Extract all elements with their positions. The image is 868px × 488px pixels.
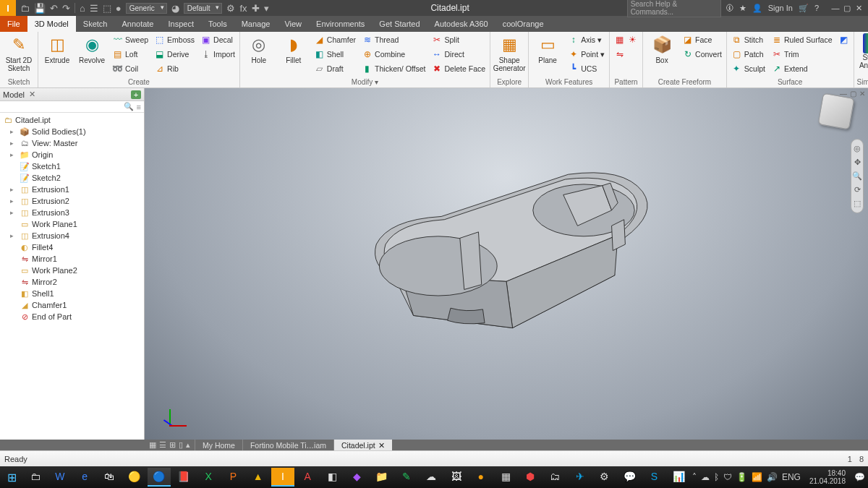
tray-chevron-icon[interactable]: ˄ bbox=[692, 472, 697, 482]
stress-analysis-button[interactable]: Stress Analysis bbox=[857, 33, 868, 69]
sign-in-link[interactable]: Sign In bbox=[768, 4, 793, 12]
task-app12[interactable]: ✈ bbox=[569, 468, 592, 487]
minimize-icon[interactable]: — bbox=[830, 4, 841, 13]
derive-button[interactable]: ⬓Derive bbox=[153, 48, 196, 61]
tree-item[interactable]: ▸📦Solid Bodies(1) bbox=[0, 126, 144, 137]
wheel-icon[interactable]: ◎ bbox=[854, 144, 861, 153]
tab-environments[interactable]: Environments bbox=[309, 16, 372, 32]
task-app13[interactable]: ⚙ bbox=[593, 468, 616, 487]
qat-icon[interactable]: ☰ bbox=[90, 3, 98, 14]
appearance-dropdown[interactable]: Default bbox=[184, 3, 223, 14]
axis-button[interactable]: ↕Axis ▾ bbox=[566, 33, 606, 46]
tray-clock[interactable]: 18:4021.04.2018 bbox=[805, 469, 850, 485]
task-app9[interactable]: ▦ bbox=[494, 468, 517, 487]
tab-assembly[interactable]: Fortino Mobile Ti…iam bbox=[242, 440, 333, 450]
tab-annotate[interactable]: Annotate bbox=[114, 16, 161, 32]
coil-button[interactable]: ➿Coil bbox=[111, 62, 150, 75]
tree-item[interactable]: ▭Work Plane1 bbox=[0, 218, 144, 230]
mirror-button[interactable]: ⇋ bbox=[613, 48, 639, 61]
restore-icon[interactable]: ▢ bbox=[842, 4, 852, 13]
browser-toolbar[interactable]: 🔍≡ bbox=[0, 101, 144, 113]
tree-item[interactable]: ◐Fillet4 bbox=[0, 241, 144, 253]
task-skype[interactable]: S bbox=[642, 468, 665, 487]
help-icon[interactable]: ? bbox=[814, 4, 819, 12]
task-store[interactable]: 🛍 bbox=[98, 468, 121, 487]
tree-item[interactable]: ▸📁Origin bbox=[0, 149, 144, 160]
hole-button[interactable]: ◎Hole bbox=[243, 33, 275, 75]
task-chrome[interactable]: 🟡 bbox=[122, 468, 145, 487]
qat-icon[interactable]: ✚ bbox=[252, 3, 260, 14]
qat-overflow-icon[interactable]: ▾ bbox=[264, 3, 269, 14]
task-whatsapp[interactable]: 💬 bbox=[618, 468, 641, 487]
tree-item[interactable]: ▸🗂View: Master bbox=[0, 137, 144, 149]
qat-icon[interactable]: ⚙ bbox=[226, 3, 235, 14]
3d-viewport[interactable]: —▢✕ ◎✥🔍⟳⬚ bbox=[145, 88, 868, 440]
material-dropdown[interactable]: Generic bbox=[126, 3, 167, 14]
shell-button[interactable]: ◧Shell bbox=[312, 48, 357, 61]
tree-item[interactable]: ◢Chamfer1 bbox=[0, 299, 144, 311]
rect-pattern-button[interactable]: ▦☀ bbox=[613, 33, 639, 46]
tree-root[interactable]: 🗀Citadel.ipt bbox=[0, 114, 144, 126]
qat-icon[interactable]: ● bbox=[116, 3, 122, 14]
task-word[interactable]: W bbox=[48, 468, 72, 487]
close-icon[interactable]: ✕ bbox=[854, 4, 864, 13]
tab-view[interactable]: View bbox=[277, 16, 309, 32]
save-icon[interactable]: 💾 bbox=[34, 3, 46, 14]
tab-inspect[interactable]: Inspect bbox=[161, 16, 201, 32]
tray-cloud-icon[interactable]: ☁ bbox=[701, 472, 710, 482]
tray-lang[interactable]: ENG bbox=[782, 472, 801, 482]
start-2d-sketch-button[interactable]: ✎Start 2D Sketch bbox=[3, 33, 35, 72]
plane-button[interactable]: ▭Plane bbox=[532, 33, 563, 75]
redo-icon[interactable]: ↷ bbox=[62, 3, 70, 14]
tree-item[interactable]: ▸◫Extrusion1 bbox=[0, 184, 144, 195]
pan-icon[interactable]: ✥ bbox=[854, 158, 861, 167]
box-button[interactable]: 📦Box bbox=[646, 33, 678, 64]
tab-a360[interactable]: Autodesk A360 bbox=[427, 16, 495, 32]
fillet-button[interactable]: ◗Fillet bbox=[278, 33, 310, 75]
task-explorer[interactable]: 🗀 bbox=[23, 468, 46, 487]
revolve-button[interactable]: ◉Revolve bbox=[76, 33, 108, 75]
tray-volume-icon[interactable]: 🔊 bbox=[767, 472, 778, 482]
view-buttons[interactable]: ▦☰⊞▯▴ bbox=[145, 440, 195, 450]
search-icon[interactable]: 🔍 bbox=[124, 102, 134, 111]
browser-add-icon[interactable]: + bbox=[131, 90, 141, 99]
task-app3[interactable]: ◆ bbox=[346, 468, 369, 487]
task-app[interactable]: ▲ bbox=[247, 468, 270, 487]
user-icon[interactable]: 👤 bbox=[752, 4, 762, 13]
open-icon[interactable]: 🗀 bbox=[20, 3, 30, 14]
import-button[interactable]: ⭳Import bbox=[199, 48, 237, 61]
point-button[interactable]: ✦Point ▾ bbox=[566, 48, 606, 61]
chamfer-button[interactable]: ◢Chamfer bbox=[312, 33, 357, 46]
task-app2[interactable]: ◧ bbox=[320, 468, 344, 487]
tray-bt-icon[interactable]: ᛒ bbox=[714, 472, 719, 482]
task-app6[interactable]: ☁ bbox=[420, 468, 443, 487]
shape-generator-button[interactable]: ▦Shape Generator bbox=[493, 33, 525, 72]
task-excel[interactable]: X bbox=[197, 468, 220, 487]
qat-icon[interactable]: ⌂ bbox=[80, 3, 85, 14]
info-icon[interactable]: 🛈 bbox=[726, 4, 733, 12]
tray-shield-icon[interactable]: 🛡 bbox=[723, 472, 732, 482]
extend-button[interactable]: ↗Extend bbox=[770, 62, 834, 75]
ucs-button[interactable]: ┗UCS bbox=[566, 62, 606, 75]
task-edge[interactable]: e bbox=[73, 468, 96, 487]
task-app8[interactable]: ● bbox=[469, 468, 493, 487]
windows-taskbar[interactable]: ⊞ 🗀 W e 🛍 🟡 🔵 📕 X P ▲ I A ◧ ◆ 📁 ✎ ☁ 🖼 ● … bbox=[0, 466, 868, 488]
model-tree[interactable]: 🗀Citadel.ipt ▸📦Solid Bodies(1)▸🗂View: Ma… bbox=[0, 113, 144, 440]
quick-access-toolbar[interactable]: 🗀 💾 ↶ ↷ ⌂ ☰ ⬚ ● Generic ◕ Default ⚙ fx ✚… bbox=[16, 3, 273, 14]
task-app10[interactable]: ⬢ bbox=[519, 468, 542, 487]
tab-manage[interactable]: Manage bbox=[234, 16, 278, 32]
trim-button[interactable]: ✂Trim bbox=[770, 48, 834, 61]
mdi-max-icon[interactable]: ▢ bbox=[850, 90, 856, 98]
tab-coolorange[interactable]: coolOrange bbox=[495, 16, 551, 32]
star-icon[interactable]: ★ bbox=[739, 4, 746, 13]
sculpt-button[interactable]: ✦Sculpt bbox=[730, 62, 767, 75]
tree-item[interactable]: ▸◫Extrusion4 bbox=[0, 230, 144, 241]
undo-icon[interactable]: ↶ bbox=[50, 3, 58, 14]
tray-wifi-icon[interactable]: 📶 bbox=[752, 472, 762, 482]
tray-battery-icon[interactable]: 🔋 bbox=[736, 472, 747, 482]
task-inventor[interactable]: I bbox=[271, 468, 294, 487]
qat-icon[interactable]: ⬚ bbox=[103, 3, 111, 14]
task-app5[interactable]: ✎ bbox=[395, 468, 418, 487]
task-pdf[interactable]: 📕 bbox=[172, 468, 195, 487]
tray-notifications-icon[interactable]: 💬 bbox=[854, 472, 865, 482]
